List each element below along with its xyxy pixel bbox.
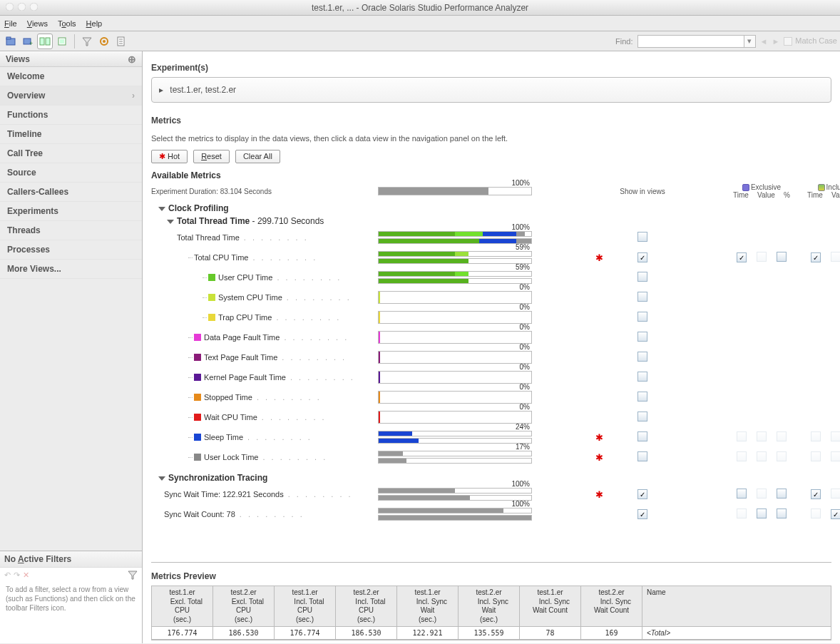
zoom-icon[interactable]	[30, 3, 38, 11]
checkbox[interactable]	[777, 431, 787, 441]
find-dropdown-icon[interactable]: ▾	[744, 35, 756, 48]
expand-icon[interactable]: ▸	[159, 85, 163, 95]
checkbox[interactable]	[737, 431, 747, 441]
checkbox[interactable]	[757, 508, 767, 518]
svg-rect-1	[6, 37, 11, 39]
clear-all-button[interactable]: Clear All	[235, 150, 280, 163]
metric-color-icon	[208, 274, 215, 281]
preview-col-header[interactable]: test.2.er Incl. Sync Wait(sec.)	[459, 586, 520, 627]
checkbox[interactable]	[737, 489, 747, 499]
preview-col-header[interactable]: test.1.er Incl. Sync Wait Count	[520, 586, 581, 627]
hot-button[interactable]: ✱Hot	[151, 150, 188, 163]
collapse-icon[interactable]	[167, 220, 174, 224]
menu-tools[interactable]: Tools	[58, 19, 76, 28]
metric-bar: 0%	[378, 391, 532, 404]
checkbox[interactable]: ✓	[811, 489, 821, 499]
minimize-icon[interactable]	[18, 3, 26, 11]
sidebar-item-functions[interactable]: Functions	[0, 106, 142, 125]
preview-name-header[interactable]: Name	[642, 586, 831, 627]
sidebar-item-source[interactable]: Source	[0, 163, 142, 183]
checkbox[interactable]	[777, 508, 787, 518]
sidebar-item-experiments[interactable]: Experiments	[0, 202, 142, 221]
checkbox[interactable]	[811, 508, 821, 518]
checkbox[interactable]	[757, 252, 767, 262]
show-in-views-checkbox[interactable]	[637, 312, 647, 322]
show-in-views-checkbox[interactable]: ✓	[637, 252, 647, 262]
checkbox[interactable]	[737, 508, 747, 518]
preview-col-header[interactable]: test.2.er Excl. Total CPU(sec.)	[213, 586, 275, 627]
sidebar-item-threads[interactable]: Threads	[0, 221, 142, 240]
export-icon[interactable]	[113, 34, 129, 49]
show-in-views-checkbox[interactable]	[637, 332, 647, 342]
aggregate-icon[interactable]	[54, 34, 70, 49]
open-experiment-icon[interactable]	[3, 34, 19, 49]
metric-bar: 0%	[378, 371, 532, 384]
checkbox[interactable]	[831, 489, 840, 499]
sidebar-item-timeline[interactable]: Timeline	[0, 125, 142, 144]
checkbox[interactable]: ✓	[831, 509, 840, 519]
collapse-icon[interactable]	[158, 207, 165, 211]
filter-icon[interactable]	[79, 34, 95, 49]
checkbox[interactable]: ✓	[737, 252, 747, 262]
show-in-views-checkbox[interactable]	[637, 392, 647, 402]
experiments-box[interactable]: ▸ test.1.er, test.2.er	[151, 77, 831, 103]
reset-button[interactable]: Reset	[193, 150, 230, 163]
show-in-views-checkbox[interactable]	[637, 412, 647, 421]
find-prev-icon[interactable]: ◄	[760, 37, 768, 46]
remove-filter-icon[interactable]: ✕	[23, 571, 29, 580]
checkbox[interactable]	[757, 451, 767, 461]
redo-icon[interactable]: ↷	[14, 571, 20, 580]
undo-icon[interactable]: ↶	[4, 571, 11, 580]
hot-indicator-icon: ✱	[532, 432, 603, 443]
checkbox[interactable]: ✓	[811, 252, 821, 262]
sidebar-item-overview[interactable]: Overview›	[0, 86, 142, 106]
checkbox[interactable]	[831, 431, 840, 441]
sidebar-item-welcome[interactable]: Welcome	[0, 67, 142, 86]
show-in-views-checkbox[interactable]	[637, 352, 647, 362]
show-in-views-checkbox[interactable]	[637, 372, 647, 382]
preview-col-header[interactable]: test.1.er Excl. Total CPU(sec.)	[152, 586, 213, 627]
collapse-icon[interactable]	[158, 476, 165, 481]
find-next-icon[interactable]: ►	[772, 37, 779, 46]
add-experiment-icon[interactable]: +	[20, 34, 36, 49]
checkbox[interactable]	[757, 489, 767, 499]
show-in-views-checkbox[interactable]	[637, 451, 647, 461]
preview-col-header[interactable]: test.2.er Incl. Sync Wait Count	[581, 586, 642, 627]
sync-tracing-header[interactable]: Synchronization Tracing	[151, 471, 831, 484]
menu-help[interactable]: Help	[86, 19, 103, 28]
preview-col-header[interactable]: test.1.er Incl. Sync Wait(sec.)	[397, 586, 459, 627]
checkbox[interactable]	[757, 431, 767, 441]
sidebar-item-processes[interactable]: Processes	[0, 240, 142, 260]
sidebar-item-more-views-[interactable]: More Views...	[0, 260, 142, 279]
checkbox[interactable]	[737, 451, 747, 461]
menu-file[interactable]: File	[4, 19, 17, 28]
clock-profiling-header[interactable]: Clock Profiling	[151, 202, 831, 215]
show-in-views-checkbox[interactable]	[637, 272, 647, 282]
checkbox[interactable]	[831, 252, 840, 262]
show-in-views-checkbox[interactable]	[637, 232, 647, 242]
sidebar-item-call-tree[interactable]: Call Tree	[0, 144, 142, 163]
filters-funnel-icon[interactable]	[128, 570, 138, 580]
checkbox[interactable]	[831, 451, 840, 461]
checkbox[interactable]	[777, 451, 787, 461]
checkbox[interactable]	[811, 431, 821, 441]
total-thread-time-header[interactable]: Total Thread Time - 299.710 Seconds	[151, 215, 831, 228]
checkbox[interactable]	[777, 252, 787, 262]
checkbox[interactable]	[777, 489, 787, 499]
preview-col-header[interactable]: test.2.er Incl. Total CPU(sec.)	[336, 586, 397, 627]
menu-views[interactable]: Views	[27, 19, 48, 28]
metric-color-icon	[194, 414, 201, 421]
close-icon[interactable]	[6, 3, 14, 11]
show-in-views-checkbox[interactable]: ✓	[637, 509, 647, 519]
preview-col-header[interactable]: test.1.er Incl. Total CPU(sec.)	[275, 586, 336, 627]
settings-icon[interactable]	[96, 34, 112, 49]
match-case-check[interactable]: Match Case	[784, 36, 837, 46]
show-in-views-checkbox[interactable]: ✓	[637, 489, 647, 499]
add-view-icon[interactable]: ⊕	[128, 53, 136, 65]
sidebar-item-callers-callees[interactable]: Callers-Callees	[0, 183, 142, 202]
show-in-views-checkbox[interactable]	[637, 431, 647, 441]
find-input[interactable]	[637, 35, 744, 48]
compare-icon[interactable]	[37, 34, 53, 49]
checkbox[interactable]	[811, 451, 821, 461]
show-in-views-checkbox[interactable]	[637, 292, 647, 302]
